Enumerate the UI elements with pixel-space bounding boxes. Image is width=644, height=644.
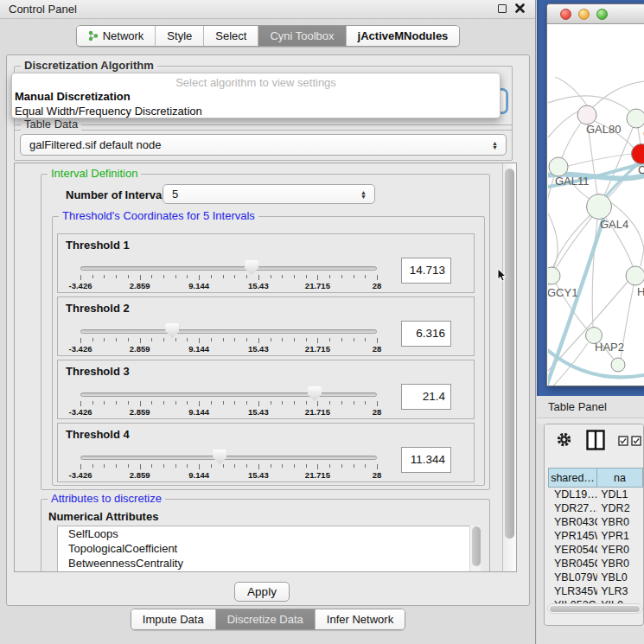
- network-node-label: HAP2: [595, 341, 624, 354]
- network-node[interactable]: [627, 109, 644, 128]
- scrollbar-thumb[interactable]: [505, 169, 514, 539]
- slider-thumb[interactable]: [308, 386, 322, 401]
- threshold-4-panel: Threshold 4 -3.4262.8599.14415.4321.7152…: [57, 423, 475, 482]
- attribute-list-item[interactable]: SelfLoops: [58, 526, 480, 541]
- control-panel-tabs: Network Style Select Cyni Toolbox jActiv…: [0, 25, 536, 47]
- cell-name[interactable]: YDL1: [597, 488, 643, 502]
- cell-name[interactable]: YER0: [597, 544, 643, 558]
- threshold-4-slider[interactable]: -3.4262.8599.14415.4321.71528: [80, 453, 377, 481]
- table-data-label: Table Data: [21, 118, 81, 131]
- network-node[interactable]: [626, 266, 644, 285]
- threshold-3-slider[interactable]: -3.4262.8599.14415.4321.71528: [80, 390, 377, 418]
- attribute-list-item[interactable]: BetweennessCentrality: [58, 556, 480, 571]
- table-data-group: Table Data galFiltered.sif default node …: [14, 124, 513, 161]
- cell-name[interactable]: YBL0: [597, 571, 643, 585]
- numerical-attributes-list[interactable]: SelfLoopsTopologicalCoefficientBetweenne…: [57, 526, 481, 572]
- network-node[interactable]: [549, 157, 568, 176]
- cyni-toolbox-panel: Discretization Algorithm ▲▼ Select algor…: [6, 54, 530, 606]
- network-icon: [88, 30, 99, 41]
- column-header-name[interactable]: na: [597, 468, 643, 488]
- column-header-shared[interactable]: shared…: [548, 468, 597, 488]
- threshold-1-slider[interactable]: -3.4262.8599.14415.4321.71528: [80, 264, 377, 291]
- attribute-list-item[interactable]: TopologicalCoefficient: [58, 541, 480, 556]
- gear-icon[interactable]: [556, 431, 572, 448]
- slider-track[interactable]: [80, 456, 377, 460]
- tab-jactivemnodules[interactable]: jActiveMNodules: [346, 26, 460, 46]
- table-row[interactable]: YDR27… YDR2: [548, 502, 643, 516]
- table-data-combobox[interactable]: galFiltered.sif default node ▲▼: [20, 134, 507, 156]
- table-row[interactable]: YLR345W YLR3: [548, 585, 643, 599]
- checkbox-icon[interactable]: [618, 436, 628, 446]
- popup-item-equal-width-frequency[interactable]: Equal Width/Frequency Discretization: [12, 104, 500, 118]
- tab-select[interactable]: Select: [203, 26, 258, 46]
- table-horizontal-scrollbar[interactable]: [547, 603, 642, 614]
- threshold-3-value-field[interactable]: 21.4: [401, 384, 451, 410]
- popup-item-manual-discretization[interactable]: Manual Discretization: [12, 89, 500, 104]
- threshold-1-value-field[interactable]: 14.713: [401, 258, 451, 284]
- scrollbar-thumb[interactable]: [550, 606, 640, 612]
- threshold-2-value-field[interactable]: 6.316: [401, 321, 451, 347]
- slider-scale-label: -3.426: [69, 344, 92, 354]
- slider-scale-label: 2.859: [130, 470, 150, 480]
- slider-thumb[interactable]: [213, 450, 226, 464]
- table-row[interactable]: YBL079W YBL0: [548, 571, 643, 585]
- cell-name[interactable]: YLR3: [597, 585, 643, 599]
- table-row[interactable]: YBR045C YBR0: [548, 558, 643, 571]
- close-traffic-light[interactable]: [560, 9, 571, 20]
- table-row[interactable]: YER054C YER0: [548, 544, 643, 558]
- scrollbar-thumb[interactable]: [472, 526, 481, 566]
- slider-track[interactable]: [80, 266, 377, 271]
- cell-shared-name[interactable]: YBR045C: [548, 558, 597, 571]
- cell-name[interactable]: YPR1: [597, 530, 643, 544]
- combo-arrows-icon: ▲▼: [360, 190, 367, 199]
- slider-track[interactable]: [80, 392, 377, 397]
- split-columns-icon[interactable]: [586, 430, 605, 450]
- table-row[interactable]: YBR043C YBR0: [548, 516, 643, 530]
- attributes-list-scrollbar[interactable]: [469, 526, 481, 572]
- table-panel-titlebar: Table Panel: [537, 396, 644, 418]
- cell-shared-name[interactable]: YBR043C: [548, 516, 597, 530]
- threshold-1-panel: Threshold 1 -3.4262.8599.14415.4321.7152…: [57, 233, 475, 293]
- tab-impute-data[interactable]: Impute Data: [131, 609, 215, 629]
- tab-style[interactable]: Style: [155, 26, 203, 46]
- network-node[interactable]: [587, 194, 612, 220]
- tab-discretize-data[interactable]: Discretize Data: [215, 609, 315, 629]
- network-window-titlebar: [547, 4, 644, 24]
- threshold-2-slider[interactable]: -3.4262.8599.14415.4321.71528: [80, 327, 377, 354]
- slider-track[interactable]: [80, 329, 377, 334]
- table-row[interactable]: YDL19… YDL1: [548, 488, 643, 502]
- network-node[interactable]: [611, 358, 625, 372]
- minimize-traffic-light[interactable]: [578, 9, 590, 20]
- table-header-row: shared… na: [548, 468, 643, 488]
- zoom-traffic-light[interactable]: [596, 9, 608, 20]
- table-panel-title: Table Panel: [548, 400, 607, 413]
- discretization-algorithm-label: Discretization Algorithm: [21, 60, 157, 72]
- apply-button[interactable]: Apply: [234, 582, 290, 602]
- network-node[interactable]: [548, 267, 560, 284]
- table-row[interactable]: YPR145W YPR1: [548, 530, 643, 544]
- slider-thumb[interactable]: [245, 260, 258, 275]
- interval-definition-group: Interval Definition Number of Intervals …: [41, 174, 490, 490]
- cell-shared-name[interactable]: YBL079W: [548, 571, 597, 585]
- checkbox-icon[interactable]: [631, 436, 641, 446]
- tab-network[interactable]: Network: [77, 26, 156, 46]
- close-icon[interactable]: [515, 3, 525, 13]
- cell-name[interactable]: YBR0: [597, 558, 643, 571]
- tab-cyni-toolbox[interactable]: Cyni Toolbox: [258, 26, 345, 46]
- cell-shared-name[interactable]: YDL19…: [548, 488, 597, 502]
- cell-shared-name[interactable]: YPR145W: [548, 530, 597, 544]
- tab-infer-network[interactable]: Infer Network: [315, 609, 405, 629]
- cell-name[interactable]: YDR2: [597, 502, 643, 516]
- cell-name[interactable]: YBR0: [597, 516, 643, 530]
- cell-shared-name[interactable]: YER054C: [548, 544, 597, 558]
- main-vertical-scrollbar[interactable]: [502, 163, 516, 571]
- network-canvas[interactable]: GAL80GCGAL11GAL4GCY1HHAP2: [548, 24, 644, 386]
- network-node[interactable]: [577, 105, 596, 124]
- cell-shared-name[interactable]: YLR345W: [548, 585, 597, 599]
- float-window-icon[interactable]: [498, 4, 507, 13]
- threshold-4-value-field[interactable]: 11.344: [401, 447, 451, 473]
- slider-thumb[interactable]: [165, 323, 179, 338]
- slider-scale-label: 9.144: [188, 407, 209, 417]
- cell-shared-name[interactable]: YDR27…: [548, 502, 597, 516]
- number-of-intervals-combobox[interactable]: 5 ▲▼: [163, 184, 375, 204]
